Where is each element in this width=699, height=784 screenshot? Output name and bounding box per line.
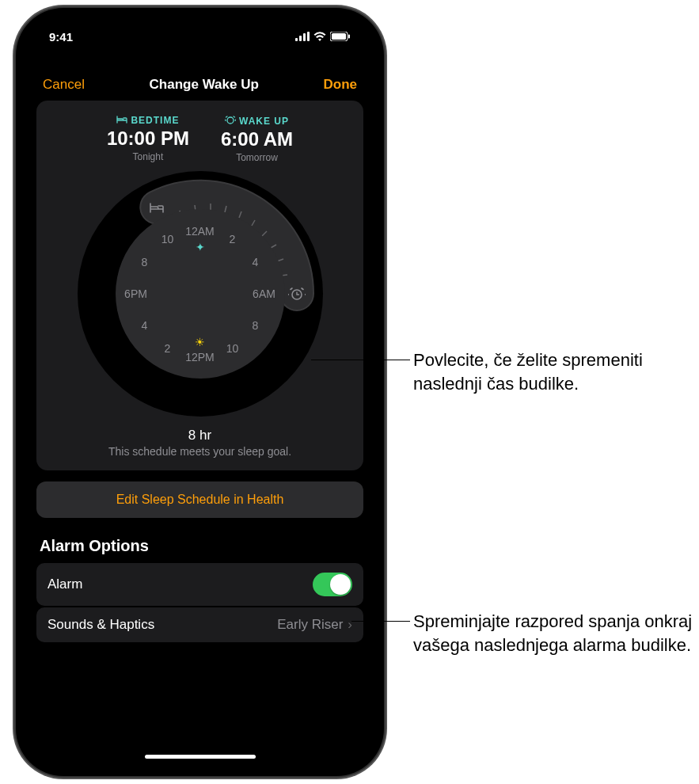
bedtime-label-text: BEDTIME [131,115,179,126]
svg-rect-6 [348,35,350,39]
status-icons [295,30,351,44]
nav-bar: Cancel Change Wake Up Done [27,47,373,101]
bed-icon [116,115,127,126]
tick-12pm: 12PM [185,351,215,363]
battery-icon [330,30,351,44]
wakeup-value: 6:00 AM [221,128,293,150]
cancel-button[interactable]: Cancel [43,77,85,93]
done-button[interactable]: Done [324,77,358,93]
tick-10a: 10 [226,342,239,355]
wakeup-sub: Tomorrow [221,152,293,163]
tick-2p: 2 [165,342,171,355]
duration: 8 hr This schedule meets your sleep goal… [44,428,355,458]
wakeup-handle[interactable] [283,280,310,307]
alarm-toggle[interactable] [313,573,352,596]
tick-8p: 8 [142,256,148,268]
bedtime-sub: Tonight [107,151,189,162]
edit-schedule-button[interactable]: Edit Sleep Schedule in Health [36,481,363,518]
content: BEDTIME 10:00 PM Tonight WAKE UP 6:00 AM [27,101,373,642]
callout-line-1 [311,360,410,360]
tick-6pm: 6PM [124,287,147,300]
callout-drag: Povlecite, če želite spremeniti naslednj… [413,348,698,395]
alarm-options-title: Alarm Options [40,537,360,555]
callout-line-2 [351,621,410,622]
svg-rect-5 [332,33,346,40]
wifi-icon [313,30,326,44]
sounds-haptics-row[interactable]: Sounds & Haptics Early Riser › [36,607,363,642]
schedule-card: BEDTIME 10:00 PM Tonight WAKE UP 6:00 AM [36,101,363,470]
svg-rect-0 [295,38,298,41]
wakeup-label: WAKE UP [221,115,293,127]
notch [145,19,256,43]
tick-12am: 12AM [185,225,215,238]
tick-10p: 10 [161,233,174,245]
svg-rect-1 [299,36,302,41]
bedtime-value: 10:00 PM [107,127,189,150]
sparkle-icon: ✦ [196,241,205,253]
alarm-row-label: Alarm [47,577,82,592]
duration-value: 8 hr [44,428,355,443]
tick-6am: 6AM [253,287,275,300]
alarm-toggle-row[interactable]: Alarm [36,563,363,606]
svg-rect-3 [307,32,310,41]
tick-2a: 2 [230,233,236,245]
times-row: BEDTIME 10:00 PM Tonight WAKE UP 6:00 AM [44,115,355,163]
duration-msg: This schedule meets your sleep goal. [44,445,355,458]
page-title: Change Wake Up [150,77,259,93]
screen: 9:41 Cancel Change Wake Up Done [27,19,373,765]
tick-4a: 4 [253,256,259,268]
status-time: 9:41 [49,30,73,44]
svg-point-7 [227,117,234,124]
sleep-dial[interactable]: 12AM ✦ 2 4 6AM 8 10 12PM ☀ 2 4 6PM 8 10 [78,171,323,417]
sun-icon: ☀ [195,336,205,348]
wakeup-label-text: WAKE UP [239,116,289,127]
sounds-row-label: Sounds & Haptics [47,617,154,633]
svg-rect-2 [303,33,306,41]
wakeup-block: WAKE UP 6:00 AM Tomorrow [221,115,293,163]
bedtime-block: BEDTIME 10:00 PM Tonight [107,115,189,163]
bedtime-handle[interactable] [143,194,170,221]
chevron-right-icon: › [348,617,352,633]
sounds-row-value: Early Riser [277,617,343,633]
iphone-frame: 9:41 Cancel Change Wake Up Done [16,8,384,776]
tick-8a: 8 [253,319,259,332]
tick-4p: 4 [142,319,148,332]
bedtime-label: BEDTIME [107,115,189,126]
home-indicator[interactable] [145,755,256,759]
callout-edit: Spreminjajte razpored spanja onkraj vaše… [413,610,698,657]
clock-wrap: 12AM ✦ 2 4 6AM 8 10 12PM ☀ 2 4 6PM 8 10 [44,171,355,417]
alarm-icon [225,115,236,127]
signal-icon [295,30,310,44]
